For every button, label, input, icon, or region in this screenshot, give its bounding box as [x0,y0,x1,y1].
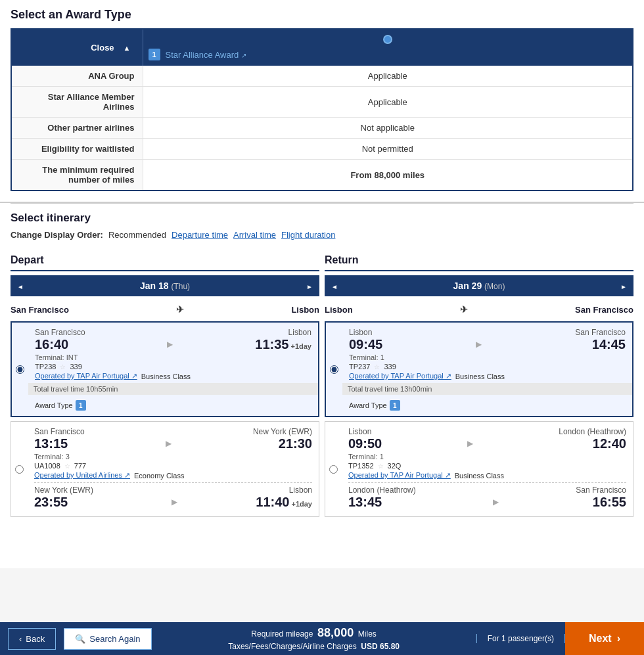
flight-radio-container [326,323,342,416]
depart-flight-radio[interactable] [15,465,24,474]
flight-route: San Francisco 13:15 ▶ New York (EWR) 21:… [34,427,312,451]
display-order-label: Change Display Order: [11,230,103,240]
flight-depart-time: 09:50 [348,436,382,451]
display-order-value: Recommended [108,230,166,240]
depart-origin: San Francisco [11,305,69,315]
award-table-row: Eligibility for waitlisted Not permitted [11,139,633,160]
award-type-section: Select an Award Type Close ▲ [0,0,644,203]
next-day: +1day [288,342,311,350]
depart-flight-radio[interactable] [16,365,24,374]
star-alliance-link[interactable]: 1 Star Alliance Award [149,49,628,60]
return-date-display: Jan 29 (Mon) [344,275,614,296]
itinerary-columns: Depart Jan 18 (Thu) San Francisco ✈ Lisb… [11,250,633,521]
award-badge: 1 [390,400,400,411]
flight-card-body: San Francisco 13:15 ▶ New York (EWR) 21:… [28,422,319,516]
connecting-arrive-time: 16:55 [576,495,626,510]
flight-info-row: TP237 ☆ 339 [349,363,626,371]
flight-card-body: Lisbon 09:45 ▶ San Francisco 14:45 Termi… [342,323,632,416]
award-type-label: Award Type [35,401,73,409]
return-prev-date-button[interactable] [325,275,344,296]
return-flight-card[interactable]: Lisbon 09:45 ▶ San Francisco 14:45 Termi… [325,321,633,417]
operator-link[interactable]: Operated by TAP Air Portugal ↗ [348,471,451,480]
connecting-depart-time: 13:45 [348,495,416,510]
flight-info-row: TP1352 ☆ 32Q [348,462,626,470]
return-flight-radio[interactable] [330,365,338,374]
operator-link[interactable]: Operated by TAP Air Portugal ↗ [349,372,451,380]
connecting-dest-city: Lisbon [256,486,312,495]
flight-origin-col: Lisbon 09:45 [349,328,382,352]
award-row-value: Not permitted [143,139,633,160]
return-next-date-button[interactable] [614,275,633,296]
award-type-label: Award Type [349,401,387,409]
dot-indicator [383,35,392,44]
flight-terminal: Terminal: 3 [34,453,312,461]
flight-origin-city: San Francisco [34,427,85,436]
connecting-origin-col: London (Heathrow) 13:45 [348,486,416,510]
depart-flight-card[interactable]: San Francisco 13:15 ▶ New York (EWR) 21:… [11,421,319,517]
operator-link[interactable]: Operated by TAP Air Portugal ↗ [35,372,137,380]
external-link-icon [241,50,246,60]
cabin-class: Economy Class [134,472,184,480]
plane-icon: ✈ [176,304,184,315]
depart-date-display: Jan 18 (Thu) [30,275,300,296]
cabin-class: Business Class [455,472,504,480]
return-flight-card[interactable]: Lisbon 09:50 ▶ London (Heathrow) 12:40 T… [325,421,633,517]
return-date-nav: Jan 29 (Mon) [325,275,633,296]
return-flight-radio[interactable] [329,465,338,474]
cabin-class: Business Class [141,373,191,380]
flight-route: Lisbon 09:45 ▶ San Francisco 14:45 [349,328,626,352]
return-column: Return Jan 29 (Mon) Lisbon ✈ San Francis… [325,250,633,521]
aircraft-type: 339 [70,363,81,371]
travel-time: Total travel time 13h00min [342,383,632,395]
display-order-row: Change Display Order: Recommended Depart… [11,230,633,240]
flight-route: San Francisco 16:40 ▶ Lisbon 11:35 +1day [35,328,311,352]
flight-terminal: Terminal: 1 [349,353,626,361]
flight-dest-col: Lisbon 11:35 +1day [255,328,311,352]
flight-card-body: San Francisco 16:40 ▶ Lisbon 11:35 +1day… [28,323,318,416]
flight-info-row: TP238 ☆ 339 [35,363,311,371]
aircraft-type: 32Q [388,462,402,470]
order-link-duration[interactable]: Flight duration [281,230,335,240]
connecting-dest-col: Lisbon 11:40 +1day [256,486,312,510]
depart-date-nav: Jan 18 (Thu) [11,275,319,296]
order-link-departure[interactable]: Departure time [172,230,228,240]
flight-origin-city: San Francisco [35,328,85,337]
return-date: Jan 29 [453,281,482,291]
flight-arrive-time: 14:45 [575,337,626,352]
star-icon: ☆ [60,363,66,371]
award-table-row: Other partner airlines Not applicable [11,118,633,139]
connecting-arrive-time: 11:40 +1day [256,495,312,510]
award-badge: 1 [76,400,86,411]
operator-link[interactable]: Operated by United Airlines ↗ [34,471,130,480]
return-day: (Mon) [484,282,505,291]
close-button[interactable]: ▲ [120,42,135,54]
connecting-arrow: ▶ [493,486,499,507]
plane-icon-return: ✈ [460,304,468,315]
flight-number: TP1352 [348,462,374,470]
connecting-origin-col: New York (EWR) 23:55 [34,486,93,510]
flight-origin-col: San Francisco 13:15 [34,427,85,451]
award-row-value: Applicable [143,66,633,87]
star-alliance-num: 1 [149,49,160,60]
depart-day: (Thu) [171,282,190,291]
connecting-origin-city: New York (EWR) [34,486,93,495]
award-row-label: Eligibility for waitlisted [11,139,143,160]
flight-arrow: ▶ [476,328,482,349]
arrow-right-icon-return [620,281,627,291]
flight-origin-city: Lisbon [348,427,382,436]
depart-prev-date-button[interactable] [11,275,30,296]
award-row-label: The minimum required number of miles [11,160,143,191]
depart-next-date-button[interactable] [300,275,319,296]
flight-route: Lisbon 09:50 ▶ London (Heathrow) 12:40 [348,427,626,451]
flight-operator-row: Operated by TAP Air Portugal ↗ Business … [35,372,311,380]
aircraft-type: 777 [74,462,86,470]
flight-radio-container [12,323,28,416]
flight-arrow: ▶ [467,427,473,448]
award-type-table: Close ▲ 1 Star Alliance Award [11,28,633,191]
flight-arrow: ▶ [167,328,173,349]
depart-flight-card[interactable]: San Francisco 16:40 ▶ Lisbon 11:35 +1day… [11,321,319,417]
flight-dest-col: London (Heathrow) 12:40 [559,427,626,451]
award-table-row: The minimum required number of miles Fro… [11,160,633,191]
order-link-arrival[interactable]: Arrival time [233,230,276,240]
return-origin: Lisbon [325,305,353,315]
